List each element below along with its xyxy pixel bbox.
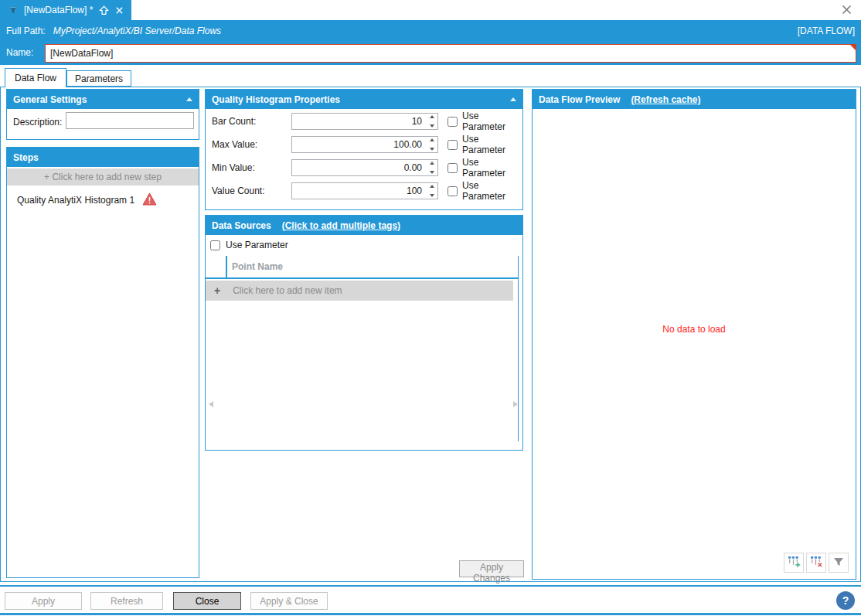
min-value-use-parameter-checkbox[interactable] (448, 163, 458, 173)
warning-icon (142, 192, 157, 208)
use-parameter-label: Use Parameter (462, 111, 518, 132)
steps-title: Steps (13, 152, 39, 163)
help-icon[interactable]: ? (836, 591, 855, 610)
value-count-stepper[interactable] (428, 185, 435, 197)
description-input[interactable] (66, 112, 194, 129)
close-button[interactable]: Close (173, 592, 241, 610)
name-label: Name: (6, 47, 33, 58)
spinner-up-icon[interactable] (430, 185, 434, 188)
data-flow-preview-title: Data Flow Preview (539, 94, 620, 105)
property-row-bar-count: Bar Count: Use Parameter (212, 113, 518, 130)
point-name-column-header: Point Name (206, 256, 518, 279)
add-multiple-tags-link[interactable]: (Click to add multiple tags) (282, 220, 400, 231)
full-path-value: MyProject/AnalytiX/BI Server/Data Flows (53, 26, 221, 36)
point-name-header-label: Point Name (232, 261, 283, 272)
full-path-label: Full Path: (6, 26, 46, 36)
max-value-use-parameter-checkbox[interactable] (448, 140, 458, 150)
use-parameter-label: Use Parameter (462, 157, 518, 179)
collapse-up-icon[interactable] (186, 97, 192, 101)
bar-count-use-parameter: Use Parameter (448, 113, 518, 130)
bar-count-stepper[interactable] (428, 115, 435, 128)
data-sources-use-parameter: Use Parameter (210, 240, 288, 250)
steps-header: Steps (7, 148, 199, 167)
add-tag-column-button[interactable] (784, 553, 804, 573)
plus-icon: + (214, 284, 220, 297)
add-column-icon (788, 555, 801, 570)
footer-top-divider (0, 585, 861, 587)
document-tab-title: [NewDataFlow] * (24, 5, 93, 15)
refresh-cache-link[interactable]: (Refresh cache) (631, 94, 700, 105)
max-value-stepper[interactable] (428, 138, 435, 151)
object-type-badge: [DATA FLOW] (798, 26, 855, 36)
spinner-down-icon[interactable] (430, 171, 434, 174)
min-value-stepper[interactable] (428, 162, 435, 174)
scroll-left-icon[interactable] (209, 401, 213, 407)
validation-corner-marker (850, 45, 856, 50)
histogram-properties-title: Quality Histogram Properties (212, 94, 340, 105)
preview-toolbar (784, 553, 849, 573)
remove-column-icon (810, 555, 823, 570)
data-flow-preview-panel: Data Flow Preview (Refresh cache) No dat… (532, 89, 856, 580)
window-close-icon[interactable] (841, 4, 853, 16)
bar-count-label: Bar Count: (212, 116, 256, 127)
general-settings-title: General Settings (13, 94, 87, 105)
max-value-use-parameter: Use Parameter (448, 136, 518, 153)
spinner-down-icon[interactable] (430, 194, 434, 197)
data-sources-panel: Data Sources (Click to add multiple tags… (205, 215, 523, 451)
data-sources-use-parameter-checkbox[interactable] (210, 240, 220, 250)
apply-and-close-button[interactable]: Apply & Close (250, 592, 328, 610)
value-count-input[interactable] (292, 183, 437, 199)
histogram-properties-header: Quality Histogram Properties (206, 90, 522, 109)
value-count-field-wrap (291, 182, 438, 199)
max-value-label: Max Value: (212, 139, 257, 150)
tab-close-icon[interactable] (115, 6, 124, 15)
min-value-use-parameter: Use Parameter (448, 159, 518, 176)
data-sources-title: Data Sources (212, 220, 271, 231)
use-parameter-label: Use Parameter (462, 180, 518, 202)
add-item-row[interactable]: + Click here to add new item (206, 281, 513, 301)
publish-icon[interactable] (98, 5, 110, 16)
refresh-button[interactable]: Refresh (90, 592, 163, 610)
tab-parameters[interactable]: Parameters (66, 70, 131, 87)
filter-icon (832, 556, 845, 570)
bar-count-use-parameter-checkbox[interactable] (448, 117, 458, 127)
bar-count-input[interactable] (292, 114, 437, 129)
grid-right-border (518, 256, 519, 441)
spinner-down-icon[interactable] (430, 124, 434, 128)
collapse-up-icon[interactable] (510, 97, 516, 101)
tab-data-flow[interactable]: Data Flow (5, 68, 66, 87)
apply-changes-button[interactable]: Apply Changes (459, 560, 524, 577)
name-field-wrap (45, 44, 856, 63)
use-parameter-label: Use Parameter (226, 240, 288, 250)
property-row-value-count: Value Count: Use Parameter (212, 182, 518, 199)
scroll-right-icon[interactable] (513, 401, 518, 407)
value-count-label: Value Count: (212, 185, 265, 196)
value-count-use-parameter-checkbox[interactable] (448, 186, 458, 196)
steps-panel: Steps + Click here to add new step Quali… (6, 147, 199, 578)
spinner-down-icon[interactable] (430, 148, 434, 151)
add-item-label: Click here to add new item (233, 285, 342, 296)
filter-button[interactable] (829, 553, 849, 573)
min-value-input[interactable] (292, 160, 437, 175)
apply-button[interactable]: Apply (5, 592, 82, 610)
page-tabstrip: Data Flow Parameters (5, 68, 131, 87)
name-row: Name: (0, 41, 861, 65)
remove-tag-column-button[interactable] (806, 553, 826, 573)
description-label: Description: (13, 117, 62, 128)
max-value-input[interactable] (292, 137, 437, 152)
spinner-up-icon[interactable] (430, 138, 434, 141)
no-data-message: No data to load (533, 324, 856, 335)
max-value-field-wrap (291, 136, 438, 153)
add-step-row[interactable]: + Click here to add new step (7, 168, 199, 185)
data-sources-header: Data Sources (Click to add multiple tags… (206, 216, 522, 235)
document-tab[interactable]: [NewDataFlow] * (0, 0, 131, 20)
spinner-up-icon[interactable] (430, 162, 434, 165)
grid-gutter-divider (226, 256, 227, 277)
name-input[interactable] (46, 45, 856, 62)
step-list-item[interactable]: Quality AnalytiX Histogram 1 (7, 192, 199, 208)
footer-bottom-divider (0, 613, 861, 615)
spinner-up-icon[interactable] (430, 115, 434, 118)
histogram-properties-panel: Quality Histogram Properties Bar Count: … (205, 89, 523, 210)
data-flow-preview-header: Data Flow Preview (Refresh cache) (533, 90, 856, 109)
general-settings-header: General Settings (7, 90, 199, 109)
